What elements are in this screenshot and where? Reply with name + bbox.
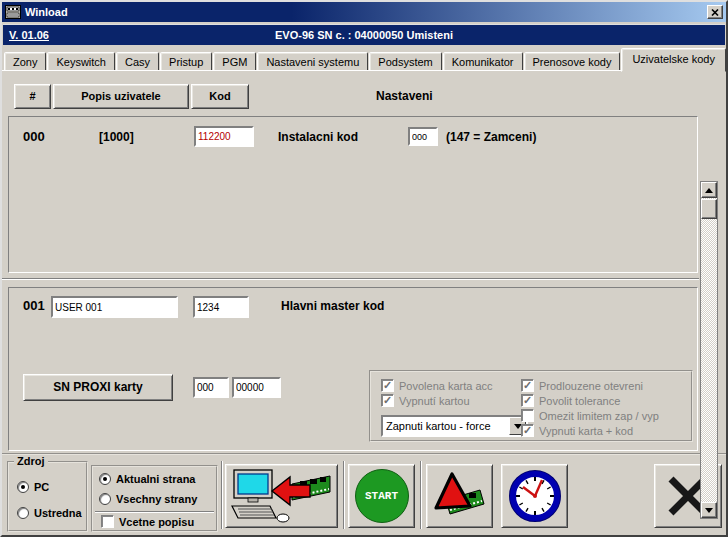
scroll-down-button[interactable] bbox=[701, 502, 717, 518]
close-icon bbox=[711, 9, 719, 16]
column-code-button[interactable]: Kod bbox=[191, 84, 249, 109]
vertical-scrollbar[interactable] bbox=[700, 181, 718, 519]
checkbox-box: ✓ bbox=[521, 424, 534, 437]
card-options-panel: ✓ Povolena karta acc ✓ Vypnutí kartou Za… bbox=[369, 370, 693, 442]
tab-zony[interactable]: Zony bbox=[4, 52, 46, 71]
user-codes-page: # Popis uzivatele Kod Nastaveni 000 [100… bbox=[2, 70, 726, 453]
installer-code-label: Instalacni kod bbox=[278, 130, 358, 144]
dropdown-value: Zapnuti kartou - force bbox=[383, 420, 509, 432]
checkbox-label: Povolit tolerance bbox=[539, 395, 620, 407]
checkbox-prodlouzene-otevreni[interactable]: ✓ Prodlouzene otevreni bbox=[521, 379, 643, 392]
tab-prenosove-kody[interactable]: Prenosove kody bbox=[524, 52, 621, 71]
installer-code-input[interactable] bbox=[194, 126, 254, 147]
groupbox-divider bbox=[95, 511, 214, 513]
radio-ustredna[interactable]: Ustredna bbox=[17, 507, 82, 519]
installer-row-number: 000 bbox=[23, 129, 45, 144]
arrow-up-icon bbox=[705, 188, 713, 193]
master-row-number: 001 bbox=[23, 298, 45, 313]
checkbox-vypnuti-karta-kod[interactable]: ✓ Vypnuti karta + kod bbox=[521, 424, 633, 437]
arrow-down-icon bbox=[705, 508, 713, 513]
radio-icon bbox=[17, 481, 29, 493]
section-divider bbox=[2, 278, 699, 280]
download-to-pc-button[interactable] bbox=[225, 464, 338, 528]
winload-app-icon bbox=[5, 5, 21, 19]
clock-button[interactable] bbox=[501, 464, 568, 528]
radio-icon bbox=[17, 507, 29, 519]
tab-pristup[interactable]: Pristup bbox=[160, 52, 212, 71]
lock-hint-label: (147 = Zamceni) bbox=[446, 130, 536, 144]
tab-casy[interactable]: Casy bbox=[116, 52, 159, 71]
check-icon: ✓ bbox=[523, 425, 532, 436]
checkbox-vcetne-popisu[interactable]: Vcetne popisu bbox=[101, 515, 194, 528]
tab-uzivatelske-kody[interactable]: Uzivatelske kody bbox=[621, 48, 726, 72]
clock-icon bbox=[508, 469, 562, 523]
check-icon: ✓ bbox=[383, 380, 392, 391]
master-description-input[interactable] bbox=[51, 296, 178, 318]
tab-bar: Zony Keyswitch Casy Pristup PGM Nastaven… bbox=[4, 47, 724, 71]
checkbox-povolena-karta-acc[interactable]: ✓ Povolena karta acc bbox=[381, 379, 493, 392]
radio-vsechny-strany[interactable]: Vsechny strany bbox=[99, 493, 197, 505]
toolbar-divider bbox=[343, 461, 345, 529]
installer-description: [1000] bbox=[99, 130, 134, 144]
column-number-button[interactable]: # bbox=[14, 84, 51, 109]
scrollbar-thumb[interactable] bbox=[701, 199, 717, 219]
toolbar-divider bbox=[221, 461, 223, 529]
installer-section: 000 [1000] Instalacni kod (147 = Zamceni… bbox=[8, 116, 698, 273]
proxi-serial-prefix-input[interactable] bbox=[193, 377, 229, 398]
radio-icon bbox=[99, 473, 111, 485]
verify-errors-button[interactable] bbox=[426, 464, 493, 528]
check-icon: ✓ bbox=[523, 380, 532, 391]
checkbox-label: Vypnuti karta + kod bbox=[539, 425, 633, 437]
master-section: 001 Hlavni master kod SN PROXI karty ✓ P… bbox=[8, 287, 698, 451]
sn-proxi-button[interactable]: SN PROXI karty bbox=[23, 374, 173, 401]
panel-info-text: EVO-96 SN c. : 04000050 Umisteni bbox=[3, 29, 725, 41]
master-code-input[interactable] bbox=[193, 296, 249, 318]
tab-nastaveni-systemu[interactable]: Nastaveni systemu bbox=[257, 52, 368, 71]
checkbox-box: ✓ bbox=[521, 394, 534, 407]
checkbox-box bbox=[521, 409, 534, 422]
radio-icon bbox=[99, 493, 111, 505]
window-title: Winload bbox=[25, 6, 68, 18]
check-icon: ✓ bbox=[383, 395, 392, 406]
checkbox-box: ✓ bbox=[521, 379, 534, 392]
tab-komunikator[interactable]: Komunikator bbox=[443, 52, 523, 71]
checkbox-povolit-tolerance[interactable]: ✓ Povolit tolerance bbox=[521, 394, 620, 407]
settings-header-label: Nastaveni bbox=[376, 89, 433, 103]
titlebar-close-button[interactable] bbox=[707, 5, 723, 19]
tab-podsystem[interactable]: Podsystem bbox=[369, 52, 441, 71]
source-groupbox: Zdroj PC Ustredna bbox=[7, 461, 88, 532]
winload-window: Winload V. 01.06 EVO-96 SN c. : 04000050… bbox=[0, 0, 728, 537]
start-button[interactable]: START bbox=[348, 464, 415, 528]
panel-to-pc-icon bbox=[230, 468, 334, 524]
lock-code-input[interactable] bbox=[408, 127, 438, 146]
checkbox-label: Vypnutí kartou bbox=[399, 395, 470, 407]
proxi-serial-input[interactable] bbox=[232, 377, 281, 398]
start-circle-icon: START bbox=[355, 469, 409, 523]
scroll-up-button[interactable] bbox=[701, 182, 717, 198]
title-bar: Winload bbox=[2, 2, 726, 22]
radio-aktualni-strana[interactable]: Aktualni strana bbox=[99, 473, 195, 485]
checkbox-vypnuti-kartou[interactable]: ✓ Vypnutí kartou bbox=[381, 394, 470, 407]
footer-toolbar: Zdroj PC Ustredna Aktualni strana Vsechn… bbox=[2, 453, 726, 535]
info-bar: V. 01.06 EVO-96 SN c. : 04000050 Umisten… bbox=[3, 24, 725, 45]
radio-label: Ustredna bbox=[34, 507, 82, 519]
checkbox-label: Prodlouzene otevreni bbox=[539, 380, 643, 392]
checkbox-label: Omezit limitem zap / vyp bbox=[539, 410, 659, 422]
card-arm-mode-dropdown[interactable]: Zapnuti kartou - force bbox=[381, 415, 528, 437]
radio-dot bbox=[103, 477, 107, 481]
column-description-button[interactable]: Popis uzivatele bbox=[53, 84, 189, 109]
radio-label: Vsechny strany bbox=[116, 493, 197, 505]
master-code-label: Hlavni master kod bbox=[281, 299, 384, 313]
pages-groupbox: Aktualni strana Vsechny strany Vcetne po… bbox=[91, 465, 218, 532]
tab-keyswitch[interactable]: Keyswitch bbox=[47, 52, 115, 71]
toolbar-divider bbox=[420, 461, 422, 529]
checkbox-label: Vcetne popisu bbox=[119, 516, 194, 528]
tab-pgm[interactable]: PGM bbox=[213, 52, 256, 71]
checkbox-label: Povolena karta acc bbox=[399, 380, 493, 392]
radio-dot bbox=[21, 485, 25, 489]
checkbox-omezit-limitem[interactable]: Omezit limitem zap / vyp bbox=[521, 409, 659, 422]
source-groupbox-title: Zdroj bbox=[14, 455, 48, 467]
checkbox-box: ✓ bbox=[381, 394, 394, 407]
radio-pc[interactable]: PC bbox=[17, 481, 49, 493]
checkbox-box bbox=[101, 515, 114, 528]
